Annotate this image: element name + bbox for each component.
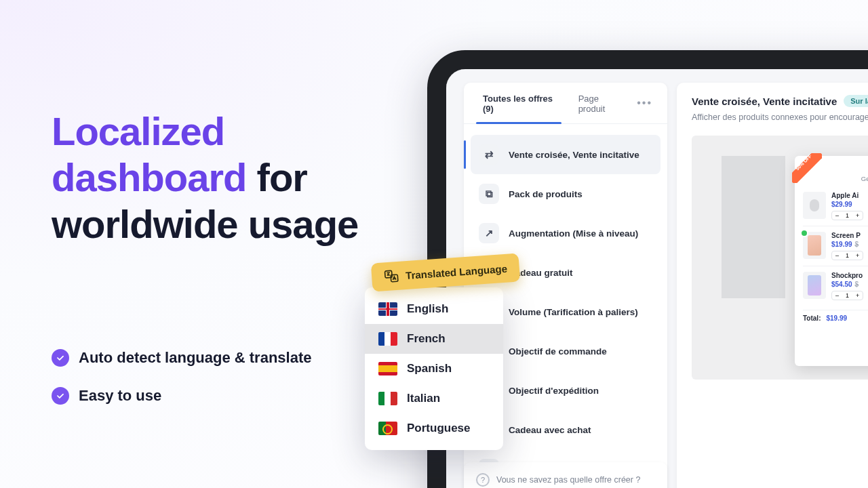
ribbon-icon: 50% OFF [792, 153, 822, 183]
quantity-stepper[interactable]: –1+ [831, 291, 863, 300]
offer-label: Objectif d'expédition [509, 386, 599, 396]
detail-panel: Vente croisée, Vente incitative Sur la p… [677, 83, 868, 488]
language-label: English [407, 302, 448, 316]
flag-icon [378, 332, 397, 346]
product-row[interactable]: Screen P $19.99$ –1+ [803, 226, 868, 266]
preview-area: 50% OFF Yo Get the most Apple Ai $29.99 … [692, 136, 868, 380]
detail-header: Vente croisée, Vente incitative Sur la p… [692, 95, 868, 107]
flag-icon [378, 362, 397, 375]
flag-icon [378, 302, 397, 316]
product-info: Apple Ai $29.99 –1+ [831, 192, 868, 220]
language-option[interactable]: Portuguese [365, 413, 503, 443]
offer-icon: ⧉ [479, 184, 499, 204]
language-option[interactable]: Spanish [365, 354, 503, 384]
tag-label: Translated Language [406, 262, 508, 281]
offer-label: Vente croisée, Vente incitative [509, 150, 639, 160]
hint-text: Vous ne savez pas quelle offre créer ? [496, 475, 640, 485]
offer-label: Volume (Tarification à paliers) [509, 307, 638, 317]
offer-label: Augmentation (Mise à niveau) [509, 228, 638, 239]
checked-icon [800, 229, 808, 237]
product-image [803, 272, 826, 299]
flag-icon [378, 392, 397, 405]
product-name: Apple Ai [831, 192, 868, 199]
headline-accent: Localized dashboard [52, 109, 247, 199]
quantity-stepper[interactable]: –1+ [831, 251, 863, 260]
total-value: $19.99 [826, 314, 847, 322]
language-option[interactable]: Italian [365, 384, 503, 413]
detail-subtitle: Afficher des produits connexes pour enco… [692, 113, 868, 122]
product-image [803, 192, 826, 219]
product-price: $19.99$ [831, 241, 868, 248]
offer-label: Cadeau avec achat [509, 425, 591, 435]
widget-total-row: Total: $19.99 [803, 310, 868, 322]
language-label: Portuguese [407, 422, 471, 435]
product-price: $54.50$ [831, 281, 868, 288]
offer-item[interactable]: ↗Augmentation (Mise à niveau) [471, 214, 660, 253]
offer-label: Pack de produits [509, 189, 583, 199]
product-name: Shockpro [831, 272, 868, 279]
offer-icon: ⇄ [479, 144, 499, 165]
offer-label: Objectif de commande [509, 346, 607, 357]
feature-label: Easy to use [79, 387, 161, 405]
language-option[interactable]: English [365, 294, 503, 324]
feature-label: Auto detect language & translate [79, 349, 312, 367]
tab-all-offers[interactable]: Toutes les offres (9) [476, 83, 572, 123]
feature-item: Auto detect language & translate [52, 349, 363, 367]
language-option[interactable]: French [365, 324, 503, 354]
detail-title: Vente croisée, Vente incitative [692, 96, 837, 107]
product-image [803, 232, 826, 259]
language-popover: EnglishFrenchSpanishItalianPortuguese [365, 287, 503, 450]
product-price: $29.99 [831, 201, 868, 208]
flag-icon [378, 422, 397, 435]
tabs-row: Toutes les offres (9) Page produit ••• [464, 83, 667, 124]
offer-item[interactable]: ⇄Vente croisée, Vente incitative [471, 135, 660, 174]
feature-list: Auto detect language & translate Easy to… [52, 349, 363, 405]
product-row[interactable]: Shockpro $54.50$ –1+ [803, 266, 868, 306]
promo-block: Localized dashboard for worldwide usage … [52, 108, 363, 425]
location-badge: Sur la page p [844, 95, 868, 107]
language-label: Spanish [407, 362, 452, 375]
tab-underline [476, 122, 561, 124]
upsell-widget: 50% OFF Yo Get the most Apple Ai $29.99 … [795, 156, 868, 366]
image-placeholder [722, 156, 785, 298]
hint-card[interactable]: ? Vous ne savez pas quelle offre créer ? [464, 462, 667, 488]
product-row[interactable]: Apple Ai $29.99 –1+ [803, 186, 868, 226]
feature-item: Easy to use [52, 387, 363, 405]
check-circle-icon [52, 387, 69, 405]
language-label: French [407, 332, 446, 346]
check-circle-icon [52, 349, 69, 367]
product-info: Screen P $19.99$ –1+ [831, 232, 868, 260]
tab-product-page[interactable]: Page produit [572, 83, 635, 123]
question-icon: ? [476, 473, 490, 487]
total-label: Total: [803, 314, 821, 322]
product-name: Screen P [831, 232, 868, 239]
headline: Localized dashboard for worldwide usage [52, 108, 363, 247]
quantity-stepper[interactable]: –1+ [831, 211, 863, 220]
language-label: Italian [407, 392, 440, 405]
offer-icon: ↗ [479, 223, 499, 243]
tab-more-icon[interactable]: ••• [634, 90, 655, 116]
offer-item[interactable]: ⧉Pack de produits [471, 174, 660, 214]
translate-icon [383, 268, 399, 284]
product-info: Shockpro $54.50$ –1+ [831, 272, 868, 300]
